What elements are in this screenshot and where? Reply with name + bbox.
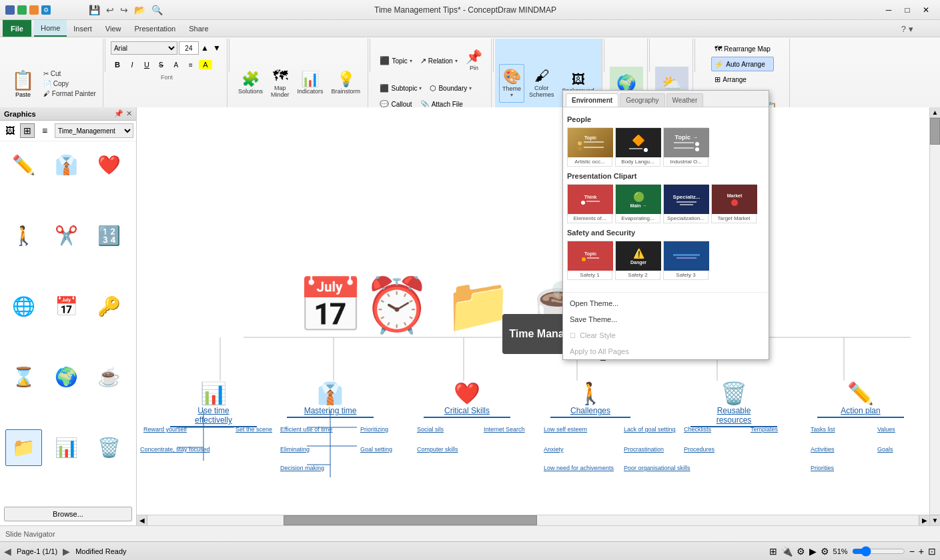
brainstorm-button[interactable]: 💡 Brainstorm <box>328 64 364 103</box>
rearrange-map-button[interactable]: 🗺 Rearrange Map <box>711 41 773 56</box>
branch-use-time[interactable]: 📊 Use timeeffectivelly <box>170 381 257 427</box>
sub-concentrate[interactable]: Concentrate, stay focused <box>140 446 210 453</box>
highlight-button[interactable]: A <box>199 60 212 69</box>
qat-save[interactable]: 💾 <box>87 3 102 17</box>
sub-procedures[interactable]: Procedures <box>684 446 715 453</box>
relation-button[interactable]: ↗ Relation ▾ <box>417 53 461 68</box>
sub-lowneed[interactable]: Low need for achivements <box>544 465 614 471</box>
theme-tab-weather[interactable]: Weather <box>666 93 704 107</box>
solutions-button[interactable]: 🧩 Solutions <box>235 64 266 103</box>
text-align-button[interactable]: ≡ <box>184 58 197 71</box>
bold-button[interactable]: B <box>111 58 124 71</box>
icon-calendar[interactable]: 📅 <box>48 288 85 325</box>
font-size-input[interactable] <box>179 41 199 55</box>
scroll-thumb-v[interactable] <box>930 118 940 145</box>
font-size-increase[interactable]: ▲ <box>200 43 211 53</box>
sub-values[interactable]: Values <box>877 426 895 433</box>
underline-button[interactable]: U <box>140 58 153 71</box>
bottom-scrollbar[interactable]: ◀ ▶ <box>137 515 929 525</box>
sub-lowself[interactable]: Low self esteem <box>544 426 587 433</box>
theme-specialization[interactable]: Specializ... Specialization... <box>663 184 709 223</box>
sub-reward[interactable]: Reward yourself <box>143 426 187 433</box>
sub-efficient[interactable]: Efficient use of time <box>280 426 332 433</box>
play-button[interactable]: ▶ <box>809 546 817 557</box>
zoom-in-button[interactable]: + <box>919 546 924 557</box>
panel-close-button[interactable]: ✕ <box>126 109 132 118</box>
sub-anxiety[interactable]: Anxiety <box>544 446 564 453</box>
indicators-button[interactable]: 📊 Indicators <box>294 64 326 103</box>
icon-walk[interactable]: 🚶 <box>5 217 42 254</box>
minimize-button[interactable]: ─ <box>880 3 897 17</box>
theme-safety1[interactable]: Topic Safety 1 <box>567 241 612 280</box>
panel-pin-button[interactable]: 📌 <box>114 109 123 118</box>
sub-goal-setting[interactable]: Goal setting <box>360 446 392 453</box>
zoom-out-button[interactable]: − <box>909 546 915 557</box>
font-size-decrease[interactable]: ▼ <box>212 43 223 53</box>
theme-safety3[interactable]: Safety 3 <box>663 241 709 280</box>
icon-heart[interactable]: ❤️ <box>91 147 127 183</box>
theme-body[interactable]: 🔶 Body Langu... <box>615 127 660 167</box>
icon-coffee[interactable]: ☕ <box>91 359 127 395</box>
next-page-button[interactable]: ▶ <box>63 546 70 557</box>
subtopic-button[interactable]: ⬛ Subtopic ▾ <box>376 81 425 95</box>
scroll-down[interactable]: ▼ <box>930 515 940 525</box>
fit-button[interactable]: ⊡ <box>928 546 936 557</box>
theme-tab-environment[interactable]: Environment <box>566 93 618 107</box>
sub-procrastination[interactable]: Procrastination <box>624 446 664 453</box>
topic-button[interactable]: ⬛ Topic ▾ <box>376 53 415 68</box>
qat-search[interactable]: 🔍 <box>149 3 165 17</box>
save-theme-action[interactable]: Save Theme... <box>563 311 769 327</box>
boundary-button[interactable]: ⬡ Boundary ▾ <box>426 81 475 95</box>
icon-chart[interactable]: 📊 <box>48 429 85 466</box>
scroll-right[interactable]: ▶ <box>919 515 929 525</box>
map-minder-button[interactable]: 🗺 MapMinder <box>268 64 293 103</box>
right-scrollbar[interactable]: ▲ ▼ <box>929 107 940 525</box>
open-theme-action[interactable]: Open Theme... <box>563 295 769 311</box>
paste-button[interactable]: 📋 Paste <box>7 64 39 103</box>
theme-industrial[interactable]: Topic → Industrial O... <box>663 127 709 167</box>
arrange-button[interactable]: ⊞ Arrange <box>711 72 773 87</box>
maximize-button[interactable]: □ <box>899 3 916 17</box>
menu-share[interactable]: Share <box>182 20 215 37</box>
theme-safety2[interactable]: ⚠️ Danger Safety 2 <box>615 241 660 280</box>
qat-redo[interactable]: ↪ <box>118 3 130 17</box>
settings-button[interactable]: ⚙ <box>821 546 829 557</box>
sub-decision[interactable]: Decision making <box>280 465 324 471</box>
sub-social[interactable]: Social sils <box>417 426 444 433</box>
icon-earth[interactable]: 🌍 <box>48 359 85 395</box>
scroll-thumb-h[interactable] <box>284 515 537 525</box>
sub-priorities[interactable]: Priorities <box>811 465 834 471</box>
search-ribbon-button[interactable]: ▾ <box>909 24 913 34</box>
icon-pencil[interactable]: ✏️ <box>5 147 42 183</box>
scroll-left[interactable]: ◀ <box>137 515 147 525</box>
sub-lack-goal[interactable]: Lack of goal setting <box>624 426 676 433</box>
theme-artistic[interactable]: Topic Artistic occ... <box>567 127 612 167</box>
menu-view[interactable]: View <box>99 20 128 37</box>
prev-page-button[interactable]: ◀ <box>4 546 11 557</box>
format-painter-button[interactable]: 🖌 Format Painter <box>41 89 99 98</box>
icon-calc[interactable]: 🔢 <box>91 217 127 254</box>
strikethrough-button[interactable]: S̶ <box>155 58 168 71</box>
sub-checklists[interactable]: Checklists <box>684 426 711 433</box>
sub-poororg[interactable]: Poor organisational skills <box>624 465 690 471</box>
menu-file[interactable]: File <box>3 20 31 37</box>
qat-open[interactable]: 📂 <box>132 3 147 17</box>
scroll-up[interactable]: ▲ <box>930 107 940 118</box>
text-color-button[interactable]: A <box>169 58 183 71</box>
panel-view-btn-2[interactable]: ⊞ <box>20 123 35 138</box>
color-schemes-button[interactable]: 🖌 ColorSchemes <box>526 64 558 103</box>
icon-trash[interactable]: 🗑️ <box>91 429 127 466</box>
sub-templates[interactable]: Templates <box>751 426 778 433</box>
branch-action[interactable]: ✏️ Action plan <box>817 381 904 418</box>
theme-target[interactable]: Market Target Market <box>711 184 757 223</box>
pin-button[interactable]: 📌 Pin <box>462 41 486 80</box>
zoom-slider[interactable] <box>852 547 905 555</box>
panel-view-btn-3[interactable]: ≡ <box>37 123 52 138</box>
sub-tasks[interactable]: Tasks list <box>811 426 835 433</box>
browse-button[interactable]: Browse... <box>4 507 132 521</box>
branch-challenges[interactable]: 🚶 Challenges <box>550 381 630 418</box>
icon-tie[interactable]: 👔 <box>48 147 85 183</box>
menu-presentation[interactable]: Presentation <box>127 20 182 37</box>
icon-globe[interactable]: 🌐 <box>5 288 42 325</box>
sub-scene[interactable]: Set the scene <box>236 426 272 433</box>
